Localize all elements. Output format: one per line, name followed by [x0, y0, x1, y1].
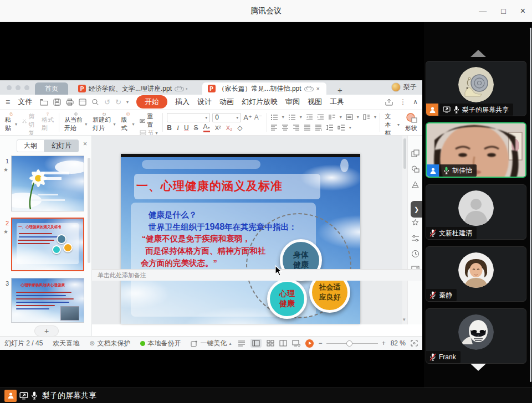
participant-tile-frank[interactable]: Frank — [426, 308, 526, 364]
font-size-select[interactable]: 0▾ — [212, 113, 241, 122]
objects-pane-icon[interactable] — [411, 149, 420, 158]
paragraph-spacing-icon[interactable] — [337, 125, 345, 131]
subscript-button[interactable]: X₂ — [226, 125, 233, 131]
reading-view-icon[interactable] — [279, 340, 287, 347]
close-panel-icon[interactable]: × — [83, 140, 87, 148]
zoom-slider[interactable] — [326, 343, 378, 344]
share-icon[interactable] — [385, 99, 393, 106]
increase-indent-icon[interactable] — [317, 114, 324, 120]
superscript-button[interactable]: X² — [215, 125, 221, 131]
underline-button[interactable]: U — [184, 124, 189, 132]
participant-tile-hujiayi-active[interactable]: 胡佳怡 — [426, 122, 526, 178]
tab-slides[interactable]: 幻灯片 — [44, 140, 79, 152]
minimize-button[interactable]: — — [479, 7, 487, 16]
tab-home[interactable]: 首页 — [35, 82, 68, 95]
menu-slideshow[interactable]: 幻灯片放映 — [242, 97, 278, 107]
distribute-icon[interactable] — [315, 125, 322, 131]
increase-font-button[interactable]: A⁺ — [243, 113, 252, 122]
more-options-icon[interactable]: ⋮ — [400, 98, 406, 106]
normal-view-button[interactable] — [250, 339, 262, 348]
play-from-current-button[interactable]: 从当前开始▾ — [62, 111, 90, 133]
collapse-ribbon-icon[interactable]: ∧ — [413, 98, 418, 106]
text-direction-icon[interactable] — [328, 114, 336, 120]
cut-button[interactable]: 剪切 — [22, 112, 37, 129]
expand-pane-handle[interactable]: ❯ — [411, 201, 422, 218]
menu-animation[interactable]: 动画 — [219, 97, 234, 107]
strikethrough-button[interactable]: S — [194, 124, 198, 132]
shapes-button[interactable]: 形状 — [402, 111, 420, 133]
menu-review[interactable]: 审阅 — [285, 97, 300, 107]
menu-view[interactable]: 视图 — [308, 97, 322, 107]
notes-bar[interactable]: 单击此处添加备注 — [92, 269, 422, 281]
slide-thumbnail-1[interactable] — [11, 156, 84, 211]
section-button[interactable]: 节▾ — [140, 129, 158, 136]
hamburger-menu-icon[interactable]: ≡ — [6, 97, 10, 106]
redo-icon[interactable]: ↻ — [115, 98, 121, 106]
zoom-in-button[interactable]: + — [382, 339, 386, 347]
clear-format-button[interactable]: ◇ — [237, 124, 242, 132]
user-avatar[interactable] — [391, 82, 401, 92]
quick-access-caret-icon[interactable]: ▾ — [126, 100, 129, 105]
canvas-scrollbar[interactable]: ▾ — [402, 136, 407, 324]
participant-tile-wenxindujianqing[interactable]: 文新杜建清 — [426, 184, 526, 240]
open-folder-icon[interactable] — [40, 99, 48, 106]
textbox-button[interactable]: A 文本框▾ — [382, 111, 402, 133]
slide-sorter-icon[interactable] — [267, 340, 274, 347]
participant-tile-qinjing[interactable]: 秦静 — [426, 246, 526, 302]
zoom-out-button[interactable]: − — [319, 339, 323, 347]
smartart-icon[interactable] — [411, 180, 420, 189]
tab-doc-2-active[interactable]: P （家长篇）常见...胡佳怡.ppt × — [202, 82, 326, 95]
line-numbering-icon[interactable] — [363, 114, 370, 120]
numbered-list-icon[interactable] — [288, 114, 296, 120]
protect-status[interactable]: ⊗文档未保护 — [89, 339, 130, 348]
font-name-select[interactable]: ▾ — [167, 113, 210, 122]
justify-icon[interactable] — [304, 125, 311, 131]
find-icon[interactable] — [91, 99, 99, 106]
menu-design[interactable]: 设计 — [197, 97, 212, 107]
history-pane-icon[interactable] — [411, 250, 420, 258]
save-icon[interactable] — [53, 99, 61, 106]
layout-button[interactable]: 版式▾ — [119, 111, 137, 133]
paste-button[interactable]: 粘贴▾ — [2, 111, 20, 133]
new-slide-button[interactable]: 新建幻灯片▾ — [90, 111, 118, 133]
fit-screen-icon[interactable] — [411, 340, 418, 347]
panel-scrollbar[interactable] — [88, 158, 90, 263]
maximize-button[interactable]: □ — [501, 7, 505, 16]
add-slide-button[interactable]: + — [34, 326, 59, 337]
beautify-button[interactable]: 一键美化▴ — [191, 339, 231, 348]
slide-editor[interactable]: 一、心理健康的涵义及标准 健康是什么？ 世界卫生组织于1948年在其宪章中指出：… — [121, 154, 360, 324]
line-spacing-icon[interactable] — [326, 125, 334, 131]
bullet-list-icon[interactable] — [270, 114, 278, 120]
tab-doc-1[interactable]: P 经济学院、文学...理讲座.ppt • — [73, 82, 193, 95]
italic-button[interactable]: I — [177, 124, 179, 132]
backup-status[interactable]: 本地备份开 — [140, 339, 181, 348]
print-icon[interactable] — [66, 99, 74, 106]
participant-tile-lizi[interactable]: 梨子的屏幕共享 — [426, 61, 526, 116]
slideshow-view-icon[interactable] — [292, 340, 300, 347]
scroll-up-arrow-icon[interactable] — [470, 50, 486, 57]
align-center-icon[interactable] — [282, 125, 289, 131]
font-color-button[interactable]: A▾ — [203, 124, 210, 132]
notes-view-icon[interactable] — [238, 340, 245, 347]
close-button[interactable]: × — [520, 6, 525, 16]
menu-tools[interactable]: 工具 — [330, 97, 344, 107]
menu-start-active[interactable]: 开始 — [136, 95, 167, 108]
slide-thumbnail-3[interactable]: 心理学家杨凤池谈心理健康 — [11, 278, 84, 323]
play-slideshow-button[interactable] — [305, 339, 314, 348]
decrease-font-button[interactable]: A⁻ — [254, 113, 262, 121]
close-tab-icon[interactable]: × — [315, 85, 321, 92]
settings-pane-icon[interactable] — [411, 234, 420, 242]
theme-name[interactable]: 欢天喜地 — [53, 339, 79, 348]
menu-insert[interactable]: 插入 — [175, 97, 190, 107]
tab-outline[interactable]: 大纲 — [17, 140, 44, 152]
decrease-indent-icon[interactable] — [306, 114, 313, 120]
zoom-level[interactable]: 82 % — [391, 339, 406, 347]
scroll-down-icon[interactable]: ▾ — [403, 317, 406, 322]
align-left-icon[interactable] — [270, 125, 278, 131]
undo-icon[interactable]: ↺ — [104, 98, 110, 106]
print-preview-icon[interactable] — [79, 99, 86, 106]
bold-button[interactable]: B — [167, 124, 172, 132]
participants-scrollbar[interactable] — [530, 28, 531, 382]
slide-thumbnail-2-selected[interactable]: 一、心理健康的涵义及标准 — [11, 218, 84, 271]
new-tab-button[interactable]: + — [334, 85, 346, 95]
